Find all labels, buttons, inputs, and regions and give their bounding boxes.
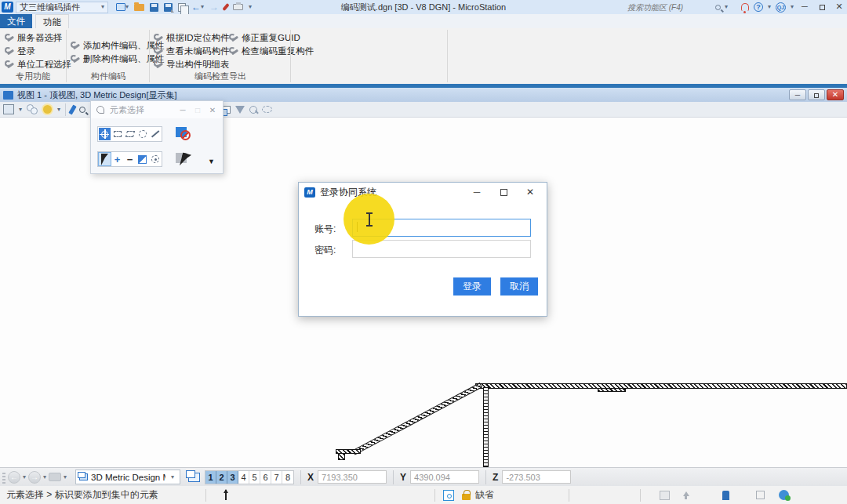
open-button[interactable] [134,2,144,13]
clip-mask-icon[interactable] [249,106,257,114]
customize-toolbar-button[interactable]: ▾ [249,2,252,13]
zoom-in-icon[interactable] [79,107,85,113]
dialog-logo-icon: M [304,187,315,198]
update-view-brush-icon[interactable] [68,104,76,114]
help-icon[interactable]: ? [754,2,763,12]
dialog-titlebar[interactable]: M 登录协同系统 ─ ✕ [299,183,547,201]
select-crosshair-icon[interactable] [99,128,111,140]
panel-minimize-button[interactable]: ─ [177,106,188,114]
clip-volume-icon[interactable] [235,106,245,114]
ribbon-item-unit-project-select[interactable]: 单位工程选择 [5,59,71,71]
adjust-brightness-icon[interactable] [43,105,52,114]
chevron-down-icon[interactable]: ▾ [64,473,67,480]
dialog-minimize-button[interactable]: ─ [466,187,488,198]
print-button[interactable] [233,2,243,13]
block-selection-icon[interactable] [176,127,187,137]
connection-status-icon[interactable] [779,490,789,500]
y-coordinate-input[interactable] [410,470,479,484]
cancel-button[interactable]: 取消 [500,277,538,296]
section-clip-icon[interactable] [262,106,272,113]
save-settings-button[interactable] [164,2,173,13]
dialog-maximize-button[interactable] [493,187,514,198]
window-minimize-button[interactable]: ─ [798,2,811,13]
view-close-button[interactable]: ✕ [827,89,844,100]
view-toggle-5[interactable]: 5 [249,471,260,484]
ribbon-separator [290,30,291,82]
pin-button[interactable] [224,2,227,13]
ribbon-item-check-duplicate-code[interactable]: 检查编码重复构件 [229,45,314,57]
login-dialog: M 登录协同系统 ─ ✕ 账号: 密码: 登录 取消 [298,182,547,317]
active-level-label[interactable]: 缺省 [475,488,494,502]
model-selector[interactable]: 3D Metric Design Mo ▾ [75,470,180,484]
view-toggle-3[interactable]: 3 [227,471,238,484]
select-prev-icon[interactable] [756,491,765,499]
fence-mode-icon[interactable] [149,153,161,165]
view-groups-icon[interactable] [188,473,200,482]
window-close-button[interactable]: ✕ [833,2,845,13]
overlap-mode-icon[interactable] [136,153,148,165]
view-toggle-8[interactable]: 8 [282,471,293,484]
cad-wall-vertical[interactable] [483,387,489,467]
cad-wall-notch[interactable] [598,388,626,392]
view-attributes-icon[interactable] [3,104,14,114]
back-button[interactable]: ← [8,471,20,484]
view-toggle-1[interactable]: 1 [205,471,216,484]
undo-button[interactable]: ←▾ [191,2,204,13]
ribbon-item-server-select[interactable]: 服务器选择 [5,32,63,44]
add-selection-icon[interactable]: + [111,153,123,165]
save-button[interactable] [150,2,158,13]
cad-wall-post[interactable] [338,453,345,460]
tab-file[interactable]: 文件 [0,14,32,28]
view-minimize-button[interactable]: ─ [789,89,806,100]
select-lasso-icon[interactable] [124,128,136,140]
selection-status-icon[interactable] [443,490,454,501]
panel-close-button[interactable]: ✕ [207,106,218,114]
window-restore-button[interactable] [816,2,828,13]
ribbon-item-locate-by-id[interactable]: 根据ID定位构件 [154,32,230,44]
x-coordinate-input[interactable] [318,470,387,484]
window-style-button[interactable]: ▾ [116,2,129,13]
panel-titlebar[interactable]: 元素选择 ─ □ ✕ [91,101,223,118]
chevron-down-icon[interactable]: ▾ [43,473,46,480]
cad-wall-diagonal[interactable] [352,383,482,455]
tab-function[interactable]: 功能 [35,14,69,28]
ribbon-item-delete-component-code[interactable]: 删除构件编码、属性 [71,53,165,65]
notifications-bell-icon[interactable] [741,3,749,11]
ribbon-item-login[interactable]: 登录 [5,45,35,57]
subtract-selection-icon[interactable]: − [124,153,136,165]
clip-icon[interactable] [660,491,670,500]
plugin-workflow-dropdown[interactable]: 艾三维编码插件 ▾ [16,2,108,13]
cad-wall-horizontal[interactable] [475,383,847,389]
search-input[interactable] [627,2,715,13]
ribbon-item-export-detail-list[interactable]: 导出构件明细表 [154,59,230,71]
upload-icon[interactable] [681,491,691,500]
select-line-icon[interactable] [149,128,161,140]
z-coordinate-input[interactable] [502,470,571,484]
panel-expand-arrow[interactable]: ▼ [208,158,215,165]
view-toggle-4[interactable]: 4 [238,471,249,484]
select-circle-icon[interactable] [136,128,148,140]
view-toggle-7[interactable]: 7 [271,471,282,484]
login-button[interactable]: 登录 [453,277,491,296]
user-avatar[interactable]: QJ [776,2,786,13]
view-restore-button[interactable] [808,89,825,100]
ribbon-item-add-component-code[interactable]: 添加构件编码、属性 [71,40,165,52]
redo-button[interactable]: → [209,2,219,13]
display-style-icon[interactable] [27,104,38,114]
pointer-icon[interactable] [99,153,111,165]
view-history-icon[interactable] [49,473,61,481]
ribbon-item-view-uncoded[interactable]: 查看未编码构件 [154,45,230,57]
wrench-icon [5,34,15,43]
chevron-down-icon[interactable]: ▾ [23,473,26,480]
select-rect-icon[interactable] [111,128,123,140]
lock-icon[interactable] [462,494,471,500]
view-toggle-6[interactable]: 6 [260,471,271,484]
dialog-close-button[interactable]: ✕ [519,187,541,198]
user-presence-icon[interactable] [722,491,729,500]
compress-button[interactable] [178,2,186,13]
view-toggle-2[interactable]: 2 [216,471,227,484]
grey-pointer-icon[interactable] [176,153,187,163]
ribbon-search[interactable]: ▾ [627,2,731,13]
forward-button[interactable]: → [28,471,41,484]
password-input[interactable] [352,240,531,258]
